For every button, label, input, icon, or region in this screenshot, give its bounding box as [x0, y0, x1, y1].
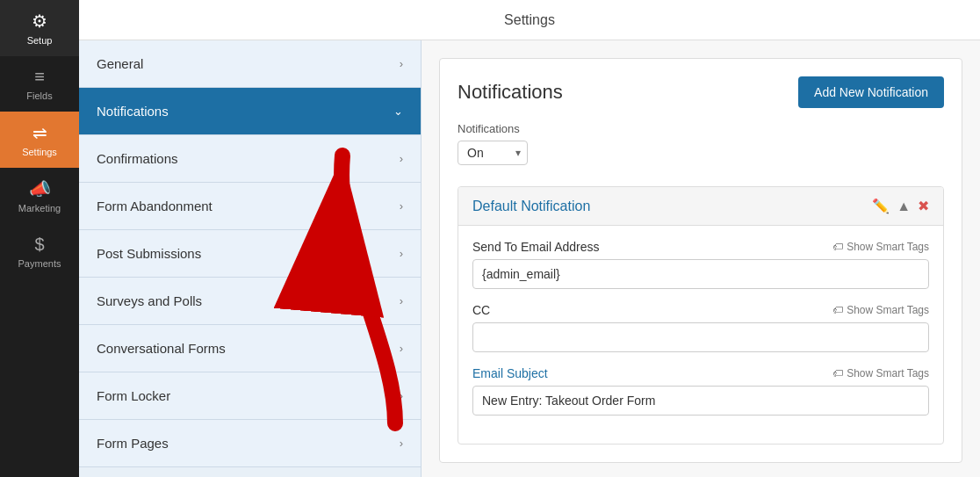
sidebar-item-label: Settings — [22, 147, 57, 157]
cc-form-group-header: CC 🏷 Show Smart Tags — [472, 303, 929, 317]
chevron-right-icon: › — [400, 57, 403, 70]
panel-header: Notifications Add New Notification — [458, 76, 944, 108]
notifications-select-wrapper[interactable]: On Off — [458, 141, 528, 165]
notification-body: Send To Email Address 🏷 Show Smart Tags — [458, 226, 943, 444]
smart-tags-link-email[interactable]: 🏷 Show Smart Tags — [832, 241, 929, 253]
chevron-right-icon: › — [400, 247, 403, 260]
default-notification-box: Default Notification ✏️ ▲ ✖ Send To Emai… — [458, 186, 944, 444]
fields-icon: ≡ — [34, 67, 45, 87]
nav-item-label: Notifications — [97, 104, 169, 119]
cc-label: CC — [472, 303, 490, 317]
chevron-right-icon: › — [400, 342, 403, 355]
marketing-icon: 📣 — [29, 178, 51, 199]
nav-item-form-locker[interactable]: Form Locker › — [79, 372, 421, 420]
nav-item-label: Form Locker — [97, 388, 170, 403]
chevron-right-icon: › — [400, 294, 403, 307]
nav-item-label: Confirmations — [97, 151, 178, 166]
send-to-email-group: Send To Email Address 🏷 Show Smart Tags — [472, 240, 929, 289]
tag-icon: 🏷 — [832, 367, 843, 379]
right-panel: Notifications Add New Notification Notif… — [422, 40, 980, 477]
smart-tags-label: Show Smart Tags — [847, 241, 929, 253]
settings-icon: ⇌ — [32, 122, 47, 143]
nav-item-notifications[interactable]: Notifications ⌄ — [79, 88, 421, 135]
email-subject-input[interactable] — [472, 386, 929, 416]
notifications-field-label: Notifications — [458, 122, 944, 135]
tag-icon: 🏷 — [832, 304, 843, 316]
sidebar-item-fields[interactable]: ≡ Fields — [0, 56, 79, 112]
panel-title: Notifications — [458, 81, 563, 104]
sidebar: ⚙ Setup ≡ Fields ⇌ Settings 📣 Marketing … — [0, 0, 79, 477]
sidebar-item-payments[interactable]: $ Payments — [0, 224, 79, 279]
notification-box-header: Default Notification ✏️ ▲ ✖ — [458, 187, 943, 226]
smart-tags-link-subject[interactable]: 🏷 Show Smart Tags — [832, 367, 929, 379]
nav-item-surveys-and-polls[interactable]: Surveys and Polls › — [79, 278, 421, 325]
payments-icon: $ — [34, 235, 44, 255]
chevron-right-icon: › — [400, 437, 403, 450]
nav-item-form-abandonment[interactable]: Form Abandonment › — [79, 183, 421, 230]
tag-icon: 🏷 — [832, 241, 843, 253]
smart-tags-label: Show Smart Tags — [847, 304, 929, 316]
nav-item-post-submissions[interactable]: Post Submissions › — [79, 230, 421, 278]
nav-item-label: Surveys and Polls — [97, 293, 202, 308]
chevron-right-icon: › — [400, 152, 403, 165]
sidebar-item-label: Payments — [18, 258, 61, 269]
sidebar-item-setup[interactable]: ⚙ Setup — [0, 0, 79, 56]
send-to-email-label: Send To Email Address — [472, 240, 600, 254]
email-subject-label: Email Subject — [472, 366, 548, 380]
sidebar-item-settings[interactable]: ⇌ Settings — [0, 112, 79, 168]
layout-wrapper: General › Notifications ⌄ Confirmations … — [79, 40, 980, 477]
nav-item-label: Form Abandonment — [97, 199, 213, 213]
chevron-down-icon: ⌄ — [393, 105, 403, 118]
nav-item-label: Form Pages — [97, 436, 169, 451]
main-area: Settings General › Notifications ⌄ Confi… — [79, 0, 980, 477]
sidebar-item-label: Marketing — [18, 203, 61, 213]
sidebar-item-marketing[interactable]: 📣 Marketing — [0, 168, 79, 224]
collapse-icon[interactable]: ▲ — [897, 199, 911, 214]
email-subject-form-group-header: Email Subject 🏷 Show Smart Tags — [472, 366, 929, 380]
settings-nav: General › Notifications ⌄ Confirmations … — [79, 40, 422, 477]
add-new-notification-button[interactable]: Add New Notification — [798, 76, 944, 108]
nav-item-label: Conversational Forms — [97, 341, 226, 356]
sidebar-item-label: Setup — [27, 35, 53, 46]
email-subject-group: Email Subject 🏷 Show Smart Tags — [472, 366, 929, 416]
panel-content: Notifications Add New Notification Notif… — [439, 58, 962, 463]
form-group-header: Send To Email Address 🏷 Show Smart Tags — [472, 240, 929, 254]
nav-item-label: Post Submissions — [97, 246, 201, 261]
setup-icon: ⚙ — [32, 11, 47, 32]
delete-icon[interactable]: ✖ — [918, 198, 929, 214]
nav-item-general[interactable]: General › — [79, 40, 421, 88]
notification-box-title: Default Notification — [472, 199, 590, 214]
nav-item-conversational-forms[interactable]: Conversational Forms › — [79, 325, 421, 372]
cc-input[interactable] — [472, 322, 929, 352]
top-bar: Settings — [79, 0, 980, 40]
smart-tags-link-cc[interactable]: 🏷 Show Smart Tags — [832, 304, 929, 316]
nav-item-form-pages[interactable]: Form Pages › — [79, 420, 421, 467]
page-title: Settings — [504, 12, 555, 28]
nav-item-confirmations[interactable]: Confirmations › — [79, 135, 421, 183]
notification-box-actions: ✏️ ▲ ✖ — [872, 198, 929, 214]
send-to-email-input[interactable] — [472, 259, 929, 289]
cc-group: CC 🏷 Show Smart Tags — [472, 303, 929, 352]
edit-icon[interactable]: ✏️ — [872, 198, 890, 214]
notifications-select[interactable]: On Off — [458, 141, 528, 165]
smart-tags-label: Show Smart Tags — [847, 367, 929, 379]
chevron-right-icon: › — [400, 199, 403, 213]
chevron-right-icon: › — [400, 389, 403, 402]
nav-item-label: General — [97, 56, 143, 71]
sidebar-item-label: Fields — [26, 90, 52, 101]
